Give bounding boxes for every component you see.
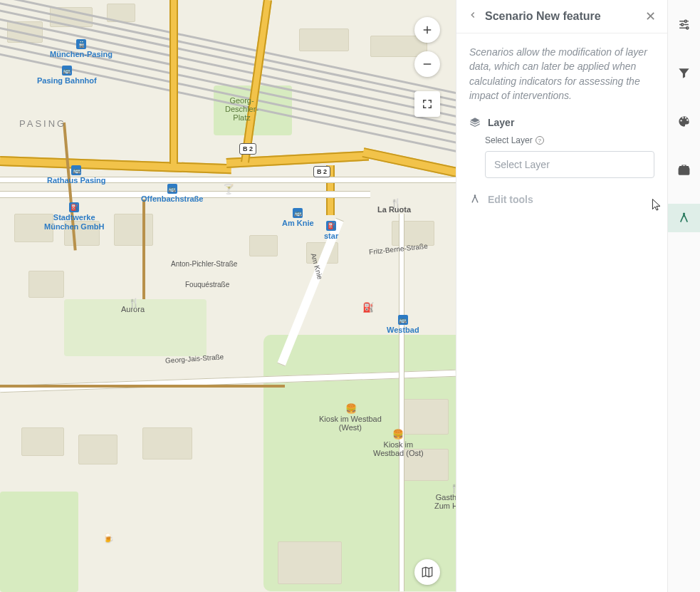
drafting-compass-icon [469,194,481,205]
toolrail-filter[interactable] [668,58,700,87]
street-fouque: Fouquéstraße [185,281,229,289]
toolrail-settings[interactable] [668,10,700,38]
panel-back-button[interactable] [468,10,478,23]
road-shield-b2: B 2 [313,166,330,177]
layers-icon [469,117,481,128]
section-layer: Layer [469,117,654,128]
zoom-in-button[interactable] [414,17,440,43]
layer-select[interactable]: Select Layer [485,151,654,178]
toolrail-scenario[interactable] [668,204,700,232]
svg-point-0 [684,20,686,22]
sliders-icon [677,18,691,31]
scenario-panel: Scenario New feature ✕ Scenarios allow t… [456,0,668,592]
drafting-compass-icon [677,212,691,225]
poi-star: ⛽star [324,221,338,241]
section-layer-label: Layer [488,117,514,128]
poi-am-knie: 🚌Am Knie [282,208,314,228]
label-kiosk-ost: Kiosk im Westbad (Ost) [373,440,424,457]
basemap-button[interactable] [414,559,440,585]
filter-icon [677,66,691,80]
zoom-out-button[interactable] [414,51,440,77]
section-edit-tools-label: Edit tools [488,194,533,205]
section-edit-tools: Edit tools [469,194,654,205]
toolrail-style[interactable] [668,107,700,135]
palette-icon [677,115,691,128]
svg-point-1 [681,23,684,25]
panel-description: Scenarios allow the modification of laye… [469,45,654,103]
panel-title: Scenario New feature [485,10,656,23]
poi-offenbachstrasse: 🚌Offenbachstraße [141,184,203,204]
select-layer-label: Select Layer ? [485,135,654,145]
park-label-deschler: Georg- Deschler- Platz [225,96,258,122]
map-viewport[interactable]: B 2 B 2 🚆München-Pasing 🚌Pasing Bahnhof … [0,0,456,592]
panel-close-button[interactable]: ✕ [645,9,656,24]
label-gasthaus: Gasth Zum H [434,493,456,510]
poi-westbad: 🚌Westbad [387,315,419,335]
map-canvas: B 2 B 2 🚆München-Pasing 🚌Pasing Bahnhof … [0,0,456,592]
toolbox-icon [677,163,691,177]
label-kiosk-west: Kiosk im Westbad (West) [319,415,382,432]
road-shield-b2: B 2 [239,143,256,155]
tool-rail [668,0,700,592]
poi-stadtwerke: ⛽Stadtwerke München GmbH [44,202,104,231]
poi-pasing-bahnhof: 🚌Pasing Bahnhof [37,66,97,85]
poi-muenchen-pasing: 🚆München-Pasing [50,39,113,59]
toolrail-toolbox[interactable] [668,155,700,184]
poi-rathaus-pasing: 🚌Rathaus Pasing [47,165,106,185]
fullscreen-button[interactable] [414,91,440,117]
district-label-pasing: PASING [19,118,66,129]
help-icon[interactable]: ? [536,136,544,145]
street-anton-pichler: Anton-Pichler-Straße [171,260,237,268]
